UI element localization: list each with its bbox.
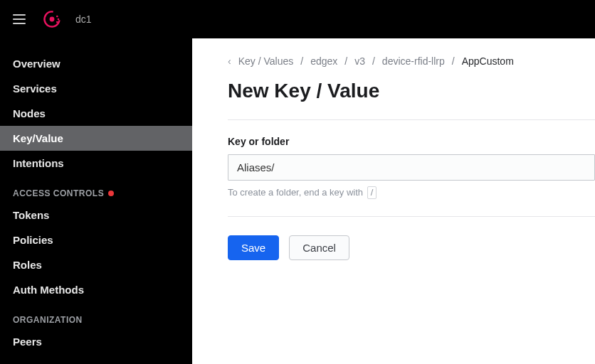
alert-dot-icon	[108, 191, 114, 196]
page-title: New Key / Value	[228, 80, 595, 102]
key-input[interactable]	[228, 154, 595, 181]
breadcrumb-item[interactable]: Key / Values	[238, 55, 294, 67]
svg-point-2	[56, 16, 58, 18]
sidebar-item-peers[interactable]: Peers	[0, 329, 192, 354]
key-hint: To create a folder, end a key with /	[228, 186, 595, 199]
sidebar-item-overview[interactable]: Overview	[0, 51, 192, 76]
sidebar-item-roles[interactable]: Roles	[0, 252, 192, 277]
sidebar: Overview Services Nodes Key/Value Intent…	[0, 38, 192, 364]
breadcrumb-item[interactable]: v3	[354, 55, 365, 67]
svg-point-1	[50, 17, 55, 22]
chevron-left-icon[interactable]: ‹	[228, 55, 231, 67]
sidebar-item-auth-methods[interactable]: Auth Methods	[0, 277, 192, 302]
divider	[228, 119, 595, 120]
sidebar-heading-access: ACCESS CONTROLS	[0, 176, 192, 203]
breadcrumb-item[interactable]: edgex	[310, 55, 337, 67]
top-bar: dc1	[0, 0, 595, 38]
save-button[interactable]: Save	[228, 235, 279, 260]
breadcrumb-item[interactable]: device-rfid-llrp	[382, 55, 445, 67]
breadcrumb-sep: /	[452, 55, 455, 67]
sidebar-item-keyvalue[interactable]: Key/Value	[0, 126, 192, 151]
svg-point-4	[56, 21, 58, 23]
slash-key-icon: /	[367, 186, 377, 199]
sidebar-item-tokens[interactable]: Tokens	[0, 203, 192, 228]
menu-icon[interactable]	[13, 11, 30, 28]
content-area: ‹ Key / Values / edgex / v3 / device-rfi…	[192, 38, 595, 364]
consul-logo	[43, 10, 61, 28]
sidebar-item-nodes[interactable]: Nodes	[0, 101, 192, 126]
cancel-button[interactable]: Cancel	[289, 235, 349, 260]
breadcrumb-sep: /	[344, 55, 347, 67]
divider	[228, 216, 595, 217]
sidebar-item-policies[interactable]: Policies	[0, 228, 192, 252]
sidebar-item-services[interactable]: Services	[0, 76, 192, 101]
sidebar-item-intentions[interactable]: Intentions	[0, 151, 192, 176]
svg-point-3	[58, 18, 60, 21]
breadcrumb-sep: /	[300, 55, 303, 67]
sidebar-heading-org: ORGANIZATION	[0, 302, 192, 329]
breadcrumb-item-current: AppCustom	[462, 55, 514, 67]
breadcrumb: ‹ Key / Values / edgex / v3 / device-rfi…	[228, 55, 595, 67]
key-field-label: Key or folder	[228, 136, 595, 147]
breadcrumb-sep: /	[372, 55, 375, 67]
datacenter-label[interactable]: dc1	[75, 14, 92, 25]
